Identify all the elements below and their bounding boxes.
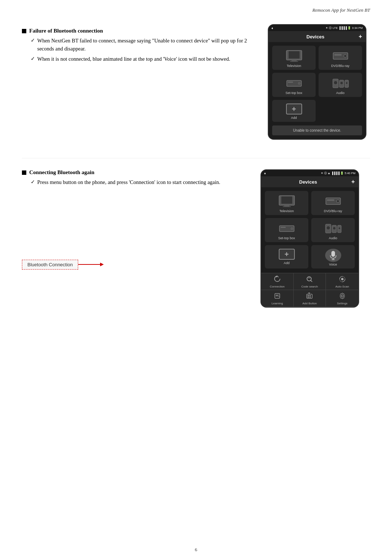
page-footer: 6 xyxy=(0,547,392,553)
device2-item-audio: Audio xyxy=(311,218,355,242)
device-tv-label: Television xyxy=(287,64,301,68)
phone2-title-bar: Devices + xyxy=(261,176,358,187)
phone1-title: Devices xyxy=(307,34,324,40)
phone2-title: Devices xyxy=(299,179,317,185)
bottom-settings[interactable]: Settings xyxy=(326,290,358,307)
bottom-auto-scan[interactable]: Auto-Scan xyxy=(326,273,358,290)
bottom-auto-scan-label: Auto-Scan xyxy=(335,285,349,288)
phone1-title-bar: Devices + xyxy=(269,31,366,42)
phone1-add-icon: + xyxy=(359,33,362,40)
header-title: Remocon App for NextGen BT xyxy=(312,7,370,13)
phone2-content: Television DVD/Blu-ray xyxy=(261,187,358,273)
phone2-status-left: ♦ xyxy=(264,172,266,175)
device2-audio-label: Audio xyxy=(329,236,337,240)
phone-mockup-1: ♦ ✶ ⓪ LTE ▐▐▐▐ 🔋 3:34 PM Devices + xyxy=(268,24,366,140)
device2-dvd-label: DVD/Blu-ray xyxy=(324,209,342,213)
tv-icon xyxy=(285,49,303,63)
add-button-icon xyxy=(306,292,313,301)
svg-point-44 xyxy=(308,297,309,298)
svg-point-15 xyxy=(346,82,348,84)
bottom-code-search[interactable]: Code search xyxy=(294,273,326,290)
phone2-add-icon: + xyxy=(351,178,355,185)
section2-text: Connecting Bluetooth again ✓ Press menu … xyxy=(22,169,253,270)
svg-point-13 xyxy=(340,82,343,84)
svg-point-25 xyxy=(291,228,293,230)
svg-point-27 xyxy=(326,226,330,230)
page-header: Remocon App for NextGen BT xyxy=(22,7,370,13)
svg-point-35 xyxy=(307,277,312,281)
unable-popup-text: Unable to connect the device. xyxy=(293,128,341,132)
device2-item-tv: Television xyxy=(265,191,308,215)
section1-phone: ♦ ✶ ⓪ LTE ▐▐▐▐ 🔋 3:34 PM Devices + xyxy=(268,24,370,140)
bt-arrow xyxy=(78,263,104,266)
connection-icon xyxy=(274,275,281,284)
section2: Connecting Bluetooth again ✓ Press menu … xyxy=(22,169,370,308)
bottom-connection[interactable]: Connection xyxy=(261,273,294,290)
svg-rect-1 xyxy=(289,51,300,59)
svg-rect-19 xyxy=(283,206,291,207)
phone2-bottom-bar: Connection Code search xyxy=(261,273,358,307)
phone2-status-bar: ♦ ✶ ⓪ ▲ ▐▐▐▐ 🔋 5:40 PM xyxy=(261,170,358,176)
device-audio-label: Audio xyxy=(336,91,345,95)
svg-point-9 xyxy=(298,82,300,84)
stb2-icon xyxy=(278,222,296,235)
bottom-row1: Connection Code search xyxy=(261,273,358,290)
svg-point-29 xyxy=(333,227,336,230)
add2-icon: + xyxy=(279,249,295,260)
device2-item-dvd: DVD/Blu-ray xyxy=(311,191,355,215)
svg-rect-32 xyxy=(331,251,335,257)
code-search-icon xyxy=(306,275,313,284)
phone1-device-grid: Television DVD/Blu-ray xyxy=(272,46,362,97)
bottom-settings-label: Settings xyxy=(337,302,347,305)
device2-tv-label: Television xyxy=(279,209,294,213)
unable-popup: Unable to connect the device. xyxy=(272,125,362,135)
check-icon: ✓ xyxy=(31,37,35,44)
phone1-content: Television DVD/Blu-ray xyxy=(269,42,366,139)
svg-point-11 xyxy=(334,81,337,84)
device2-item-add: + Add xyxy=(265,245,308,268)
svg-point-31 xyxy=(338,227,340,229)
svg-rect-8 xyxy=(288,82,293,83)
dvd2-icon xyxy=(324,195,342,208)
phone1-status-icons: ✶ ⓪ LTE ▐▐▐▐ 🔋 3:34 PM xyxy=(326,26,363,30)
bottom-learning[interactable]: Learning xyxy=(261,290,294,307)
svg-rect-21 xyxy=(327,199,334,201)
section1-text: Failure of Bluetooth connection ✓ When N… xyxy=(22,24,257,140)
add-icon: + xyxy=(286,104,302,114)
bt-connection-area: Bluetooth Connection xyxy=(22,260,253,270)
svg-rect-17 xyxy=(281,196,292,204)
bottom-add-button[interactable]: Add Button xyxy=(294,290,326,307)
bottom-add-button-label: Add Button xyxy=(302,302,317,305)
learning-icon xyxy=(274,292,281,301)
section1-sub1: ✓ When NextGen BT failed to connect, mes… xyxy=(31,37,257,53)
device-item-dvd: DVD/Blu-ray xyxy=(319,46,362,70)
section1-title: Failure of Bluetooth connection xyxy=(22,28,257,34)
bottom-code-search-label: Code search xyxy=(301,285,318,288)
device-item-add: + Add xyxy=(272,100,316,122)
device-item-stb: Set-top box xyxy=(272,73,316,97)
device-stb-label: Set-top box xyxy=(285,91,302,95)
svg-point-42 xyxy=(308,295,309,296)
phone2-time: 5:40 PM xyxy=(345,172,355,175)
svg-line-36 xyxy=(311,280,312,282)
svg-point-43 xyxy=(309,295,311,296)
svg-point-45 xyxy=(309,297,311,298)
bottom-connection-label: Connection xyxy=(270,285,285,288)
phone-mockup-2: ♦ ✶ ⓪ ▲ ▐▐▐▐ 🔋 5:40 PM Devices + xyxy=(260,169,359,308)
audio2-icon xyxy=(324,222,342,235)
section1-sub1-text: When NextGen BT failed to connect, messa… xyxy=(37,37,257,53)
svg-rect-41 xyxy=(307,294,312,298)
phone1-time: 3:34 PM xyxy=(352,26,363,30)
bullet-square-icon xyxy=(22,29,26,33)
stb-icon xyxy=(285,76,303,90)
svg-rect-18 xyxy=(284,205,289,206)
device-item-tv: Television xyxy=(272,46,316,70)
device2-item-voice: Voice xyxy=(311,245,355,268)
svg-rect-24 xyxy=(281,227,286,228)
section1-sub2-text: When it is not connected, blue animated … xyxy=(37,55,230,63)
voice-icon xyxy=(325,249,341,262)
phone1-status-left: ♦ xyxy=(271,26,273,30)
device-dvd-label: DVD/Blu-ray xyxy=(331,64,349,68)
phone2-device-grid: Television DVD/Blu-ray xyxy=(265,191,355,242)
tv2-icon xyxy=(278,195,296,208)
